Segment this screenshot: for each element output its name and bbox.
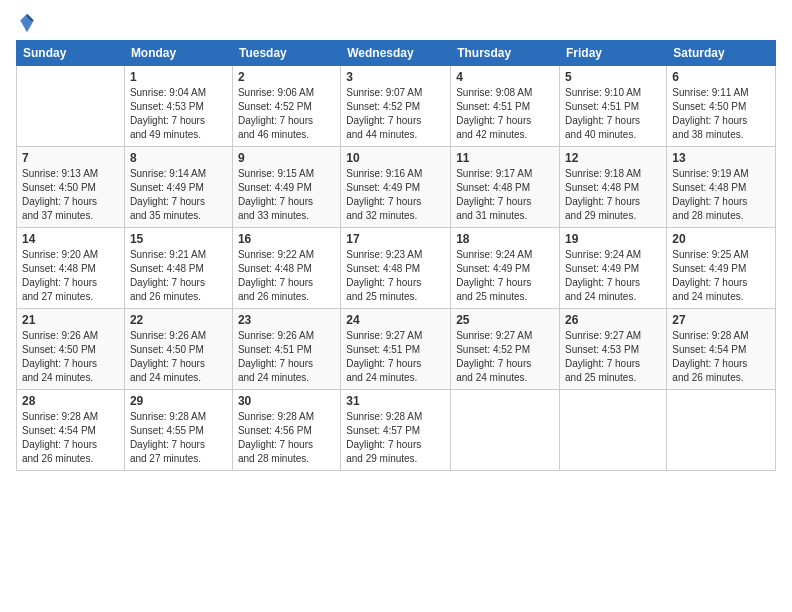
calendar-cell: 1Sunrise: 9:04 AMSunset: 4:53 PMDaylight… — [124, 66, 232, 147]
sunrise-text: Sunrise: 9:27 AM — [346, 329, 445, 343]
sunrise-text: Sunrise: 9:20 AM — [22, 248, 119, 262]
day-number: 14 — [22, 232, 119, 246]
day-number: 12 — [565, 151, 661, 165]
day-number: 10 — [346, 151, 445, 165]
daylight-minutes-text: and 28 minutes. — [672, 209, 770, 223]
daylight-minutes-text: and 29 minutes. — [346, 452, 445, 466]
daylight-minutes-text: and 32 minutes. — [346, 209, 445, 223]
daylight-hours-text: Daylight: 7 hours — [238, 276, 335, 290]
day-info: Sunrise: 9:26 AMSunset: 4:50 PMDaylight:… — [22, 329, 119, 385]
calendar-cell: 23Sunrise: 9:26 AMSunset: 4:51 PMDayligh… — [232, 309, 340, 390]
day-info: Sunrise: 9:18 AMSunset: 4:48 PMDaylight:… — [565, 167, 661, 223]
daylight-hours-text: Daylight: 7 hours — [565, 276, 661, 290]
daylight-minutes-text: and 24 minutes. — [456, 371, 554, 385]
daylight-hours-text: Daylight: 7 hours — [22, 195, 119, 209]
daylight-hours-text: Daylight: 7 hours — [346, 438, 445, 452]
sunset-text: Sunset: 4:51 PM — [565, 100, 661, 114]
sunset-text: Sunset: 4:51 PM — [346, 343, 445, 357]
sunrise-text: Sunrise: 9:13 AM — [22, 167, 119, 181]
daylight-minutes-text: and 26 minutes. — [238, 290, 335, 304]
daylight-minutes-text: and 27 minutes. — [22, 290, 119, 304]
daylight-hours-text: Daylight: 7 hours — [130, 195, 227, 209]
sunrise-text: Sunrise: 9:21 AM — [130, 248, 227, 262]
daylight-hours-text: Daylight: 7 hours — [130, 276, 227, 290]
weekday-header-monday: Monday — [124, 41, 232, 66]
sunset-text: Sunset: 4:54 PM — [22, 424, 119, 438]
daylight-minutes-text: and 38 minutes. — [672, 128, 770, 142]
day-number: 16 — [238, 232, 335, 246]
sunset-text: Sunset: 4:50 PM — [22, 343, 119, 357]
day-number: 2 — [238, 70, 335, 84]
calendar-cell: 5Sunrise: 9:10 AMSunset: 4:51 PMDaylight… — [560, 66, 667, 147]
sunset-text: Sunset: 4:48 PM — [238, 262, 335, 276]
daylight-minutes-text: and 28 minutes. — [238, 452, 335, 466]
daylight-hours-text: Daylight: 7 hours — [238, 114, 335, 128]
daylight-hours-text: Daylight: 7 hours — [456, 195, 554, 209]
calendar-cell: 27Sunrise: 9:28 AMSunset: 4:54 PMDayligh… — [667, 309, 776, 390]
weekday-header-thursday: Thursday — [451, 41, 560, 66]
day-number: 6 — [672, 70, 770, 84]
daylight-hours-text: Daylight: 7 hours — [565, 357, 661, 371]
daylight-minutes-text: and 31 minutes. — [456, 209, 554, 223]
day-info: Sunrise: 9:26 AMSunset: 4:50 PMDaylight:… — [130, 329, 227, 385]
sunrise-text: Sunrise: 9:10 AM — [565, 86, 661, 100]
calendar-cell: 25Sunrise: 9:27 AMSunset: 4:52 PMDayligh… — [451, 309, 560, 390]
daylight-minutes-text: and 27 minutes. — [130, 452, 227, 466]
calendar-cell: 22Sunrise: 9:26 AMSunset: 4:50 PMDayligh… — [124, 309, 232, 390]
calendar-cell — [17, 66, 125, 147]
daylight-hours-text: Daylight: 7 hours — [22, 438, 119, 452]
day-number: 27 — [672, 313, 770, 327]
sunrise-text: Sunrise: 9:28 AM — [22, 410, 119, 424]
calendar-cell: 9Sunrise: 9:15 AMSunset: 4:49 PMDaylight… — [232, 147, 340, 228]
day-number: 1 — [130, 70, 227, 84]
day-info: Sunrise: 9:08 AMSunset: 4:51 PMDaylight:… — [456, 86, 554, 142]
calendar-cell: 4Sunrise: 9:08 AMSunset: 4:51 PMDaylight… — [451, 66, 560, 147]
calendar-cell: 30Sunrise: 9:28 AMSunset: 4:56 PMDayligh… — [232, 390, 340, 471]
day-number: 28 — [22, 394, 119, 408]
day-info: Sunrise: 9:22 AMSunset: 4:48 PMDaylight:… — [238, 248, 335, 304]
sunset-text: Sunset: 4:53 PM — [565, 343, 661, 357]
sunrise-text: Sunrise: 9:16 AM — [346, 167, 445, 181]
day-info: Sunrise: 9:10 AMSunset: 4:51 PMDaylight:… — [565, 86, 661, 142]
sunrise-text: Sunrise: 9:28 AM — [238, 410, 335, 424]
sunset-text: Sunset: 4:48 PM — [22, 262, 119, 276]
sunset-text: Sunset: 4:49 PM — [672, 262, 770, 276]
sunrise-text: Sunrise: 9:04 AM — [130, 86, 227, 100]
sunrise-text: Sunrise: 9:27 AM — [456, 329, 554, 343]
calendar-cell: 3Sunrise: 9:07 AMSunset: 4:52 PMDaylight… — [341, 66, 451, 147]
calendar-cell — [451, 390, 560, 471]
calendar-table: SundayMondayTuesdayWednesdayThursdayFrid… — [16, 40, 776, 471]
sunset-text: Sunset: 4:49 PM — [565, 262, 661, 276]
calendar-cell: 15Sunrise: 9:21 AMSunset: 4:48 PMDayligh… — [124, 228, 232, 309]
day-info: Sunrise: 9:28 AMSunset: 4:56 PMDaylight:… — [238, 410, 335, 466]
sunset-text: Sunset: 4:49 PM — [346, 181, 445, 195]
daylight-hours-text: Daylight: 7 hours — [238, 438, 335, 452]
day-number: 18 — [456, 232, 554, 246]
sunrise-text: Sunrise: 9:26 AM — [130, 329, 227, 343]
calendar-cell: 26Sunrise: 9:27 AMSunset: 4:53 PMDayligh… — [560, 309, 667, 390]
daylight-hours-text: Daylight: 7 hours — [456, 276, 554, 290]
day-info: Sunrise: 9:14 AMSunset: 4:49 PMDaylight:… — [130, 167, 227, 223]
daylight-hours-text: Daylight: 7 hours — [565, 114, 661, 128]
day-info: Sunrise: 9:15 AMSunset: 4:49 PMDaylight:… — [238, 167, 335, 223]
sunrise-text: Sunrise: 9:15 AM — [238, 167, 335, 181]
daylight-hours-text: Daylight: 7 hours — [238, 195, 335, 209]
day-info: Sunrise: 9:16 AMSunset: 4:49 PMDaylight:… — [346, 167, 445, 223]
sunset-text: Sunset: 4:48 PM — [565, 181, 661, 195]
sunrise-text: Sunrise: 9:23 AM — [346, 248, 445, 262]
calendar-week-2: 7Sunrise: 9:13 AMSunset: 4:50 PMDaylight… — [17, 147, 776, 228]
day-info: Sunrise: 9:23 AMSunset: 4:48 PMDaylight:… — [346, 248, 445, 304]
daylight-minutes-text: and 37 minutes. — [22, 209, 119, 223]
sunset-text: Sunset: 4:55 PM — [130, 424, 227, 438]
calendar-cell: 28Sunrise: 9:28 AMSunset: 4:54 PMDayligh… — [17, 390, 125, 471]
day-number: 7 — [22, 151, 119, 165]
daylight-hours-text: Daylight: 7 hours — [346, 195, 445, 209]
calendar-cell: 19Sunrise: 9:24 AMSunset: 4:49 PMDayligh… — [560, 228, 667, 309]
sunset-text: Sunset: 4:57 PM — [346, 424, 445, 438]
day-number: 5 — [565, 70, 661, 84]
day-number: 4 — [456, 70, 554, 84]
day-number: 30 — [238, 394, 335, 408]
daylight-minutes-text: and 46 minutes. — [238, 128, 335, 142]
daylight-minutes-text: and 25 minutes. — [565, 371, 661, 385]
day-info: Sunrise: 9:26 AMSunset: 4:51 PMDaylight:… — [238, 329, 335, 385]
